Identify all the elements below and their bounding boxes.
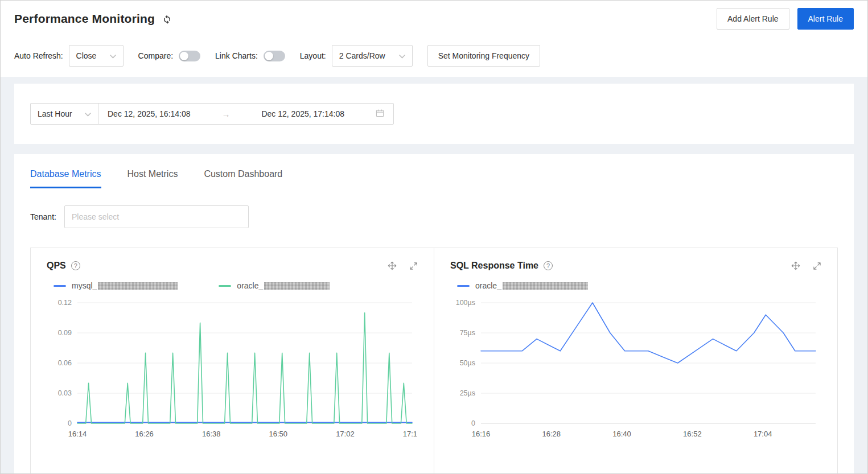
sql-response-time-chart[interactable]: 025µs50µs75µs100µs16:1616:2816:4016:5217… bbox=[450, 298, 820, 442]
set-monitoring-frequency-button[interactable]: Set Monitoring Frequency bbox=[427, 45, 540, 67]
tab-database-metrics[interactable]: Database Metrics bbox=[30, 169, 101, 188]
svg-text:17:02: 17:02 bbox=[336, 430, 355, 438]
arrow-right-icon: → bbox=[222, 109, 231, 119]
help-icon[interactable]: ? bbox=[544, 261, 553, 270]
fullscreen-icon[interactable] bbox=[409, 261, 418, 270]
legend-swatch bbox=[457, 285, 470, 287]
svg-text:50µs: 50µs bbox=[460, 359, 475, 367]
svg-text:0.09: 0.09 bbox=[58, 329, 72, 337]
date-range-picker[interactable]: Dec 12, 2025, 16:14:08 → Dec 12, 2025, 1… bbox=[98, 103, 394, 125]
time-preset-select[interactable]: Last Hour bbox=[30, 103, 98, 125]
add-alert-rule-button[interactable]: Add Alert Rule bbox=[717, 8, 789, 30]
redacted-text bbox=[264, 282, 330, 290]
svg-text:0.03: 0.03 bbox=[58, 389, 72, 397]
redacted-text bbox=[98, 282, 178, 290]
alert-rule-button[interactable]: Alert Rule bbox=[797, 8, 854, 30]
link-charts-toggle[interactable] bbox=[264, 51, 285, 61]
refresh-icon[interactable] bbox=[162, 14, 172, 24]
legend-swatch bbox=[219, 285, 231, 287]
svg-text:100µs: 100µs bbox=[456, 299, 475, 307]
svg-text:16:38: 16:38 bbox=[202, 430, 221, 438]
svg-text:75µs: 75µs bbox=[460, 329, 475, 337]
svg-text:0.06: 0.06 bbox=[58, 359, 72, 367]
tab-host-metrics[interactable]: Host Metrics bbox=[127, 169, 178, 188]
charts-row: QPS ? mysql_ bbox=[30, 248, 838, 474]
chart-title: QPS bbox=[47, 261, 66, 271]
drag-icon[interactable] bbox=[388, 261, 397, 270]
legend-item-mysql[interactable]: mysql_ bbox=[54, 281, 178, 290]
legend-item-oracle[interactable]: oracle_ bbox=[457, 281, 588, 290]
svg-text:16:14: 16:14 bbox=[68, 430, 87, 438]
chevron-down-icon bbox=[399, 51, 405, 60]
svg-text:16:52: 16:52 bbox=[683, 430, 702, 438]
svg-text:0: 0 bbox=[471, 419, 475, 427]
page-title: Performance Monitoring bbox=[14, 12, 155, 26]
compare-label: Compare: bbox=[138, 51, 173, 60]
tenant-filter: Tenant: bbox=[30, 205, 838, 228]
end-datetime[interactable]: Dec 12, 2025, 17:14:08 bbox=[261, 109, 344, 118]
help-icon[interactable]: ? bbox=[71, 261, 80, 270]
performance-monitoring-page: Performance Monitoring Add Alert Rule Al… bbox=[0, 0, 868, 474]
metrics-card: Database Metrics Host Metrics Custom Das… bbox=[14, 154, 854, 474]
chevron-down-icon bbox=[110, 51, 116, 60]
svg-text:16:28: 16:28 bbox=[542, 430, 561, 438]
auto-refresh-label: Auto Refresh: bbox=[14, 51, 63, 60]
page-header: Performance Monitoring Add Alert Rule Al… bbox=[14, 6, 854, 31]
svg-text:25µs: 25µs bbox=[460, 389, 475, 397]
auto-refresh-select[interactable]: Close bbox=[69, 45, 124, 67]
tab-custom-dashboard[interactable]: Custom Dashboard bbox=[204, 169, 282, 188]
legend-label: oracle_ bbox=[237, 281, 263, 290]
svg-text:0: 0 bbox=[68, 419, 72, 427]
svg-text:16:50: 16:50 bbox=[269, 430, 288, 438]
fullscreen-icon[interactable] bbox=[813, 261, 821, 270]
svg-text:16:26: 16:26 bbox=[135, 430, 154, 438]
compare-toggle[interactable] bbox=[179, 51, 200, 61]
qps-chart[interactable]: 00.030.060.090.1216:1416:2616:3816:5017:… bbox=[47, 298, 417, 442]
legend-label: oracle_ bbox=[475, 281, 501, 290]
sql-response-time-chart-card: SQL Response Time ? bbox=[434, 248, 838, 474]
chart-title: SQL Response Time bbox=[450, 261, 538, 271]
top-section: Performance Monitoring Add Alert Rule Al… bbox=[1, 1, 867, 77]
svg-text:16:16: 16:16 bbox=[472, 430, 491, 438]
svg-text:16:40: 16:40 bbox=[612, 430, 631, 438]
redacted-text bbox=[503, 282, 588, 290]
tenant-select[interactable] bbox=[64, 205, 249, 228]
layout-label: Layout: bbox=[300, 51, 326, 60]
metrics-tabs: Database Metrics Host Metrics Custom Das… bbox=[30, 169, 838, 188]
chart-legend: mysql_ oracle_ bbox=[47, 281, 418, 290]
svg-text:0.12: 0.12 bbox=[58, 299, 72, 307]
start-datetime[interactable]: Dec 12, 2025, 16:14:08 bbox=[108, 109, 191, 118]
legend-item-oracle[interactable]: oracle_ bbox=[219, 281, 330, 290]
chevron-down-icon bbox=[85, 109, 91, 118]
time-range-card: Last Hour Dec 12, 2025, 16:14:08 → Dec 1… bbox=[14, 84, 854, 144]
link-charts-label: Link Charts: bbox=[215, 51, 258, 60]
chart-legend: oracle_ bbox=[450, 281, 821, 290]
legend-label: mysql_ bbox=[72, 281, 97, 290]
drag-icon[interactable] bbox=[791, 261, 800, 270]
svg-text:17:14: 17:14 bbox=[403, 430, 417, 438]
svg-text:17:04: 17:04 bbox=[754, 430, 772, 438]
legend-swatch bbox=[54, 285, 66, 287]
toolbar: Auto Refresh: Close Compare: Link Charts… bbox=[14, 45, 854, 67]
tenant-label: Tenant: bbox=[30, 212, 56, 221]
layout-select[interactable]: 2 Cards/Row bbox=[332, 45, 413, 67]
qps-chart-card: QPS ? mysql_ bbox=[30, 248, 434, 474]
calendar-icon[interactable] bbox=[376, 109, 384, 119]
